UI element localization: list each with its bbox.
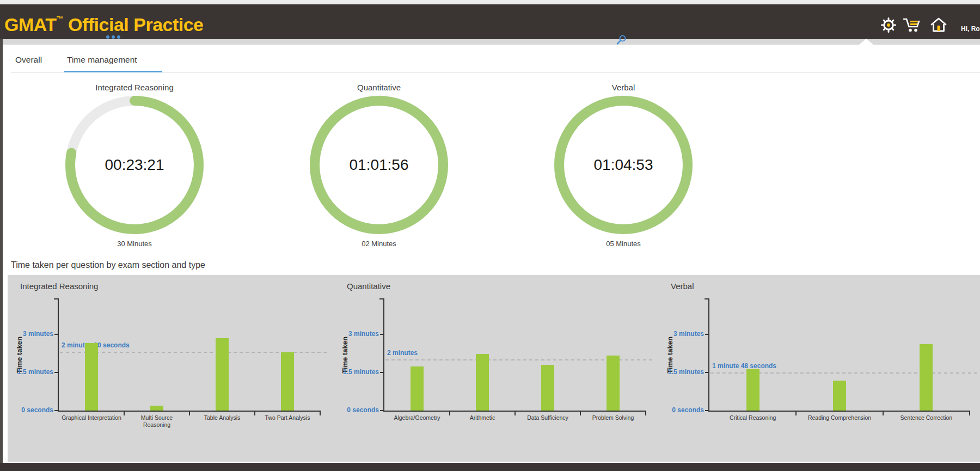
- chart-title: Verbal: [671, 282, 694, 291]
- app-logo: GMAT™ Official Practice: [4, 14, 204, 35]
- x-tick-mark: [124, 411, 125, 415]
- home-icon[interactable]: [930, 17, 947, 33]
- y-tick-label: 3 minutes: [634, 330, 704, 338]
- sub-header-strip: [0, 39, 980, 45]
- bar: [216, 338, 229, 411]
- category-label: Multi Source Reasoning: [127, 414, 187, 428]
- y-tick-label: 0 seconds: [309, 406, 379, 414]
- category-label: Graphical Interpretation: [62, 414, 121, 421]
- user-greeting[interactable]: Hi, Rou: [961, 25, 980, 33]
- category-label: Problem Solving: [581, 414, 645, 421]
- bar: [607, 356, 620, 411]
- popup-arrow-notch: [859, 39, 873, 45]
- chart-y-axis-label: Time taken: [15, 317, 24, 393]
- y-tick-mark: [705, 334, 709, 335]
- category-label: Arithmetic: [450, 414, 514, 421]
- category-label: Two Part Analysis: [258, 414, 317, 421]
- tab-overall[interactable]: Overall: [15, 55, 42, 65]
- logo-trademark: ™: [57, 15, 64, 23]
- gmat-official-practice-page: GMAT™ Official Practice Hi,: [0, 0, 980, 471]
- y-tick-label: 3 minutes: [0, 330, 53, 338]
- settings-gear-icon[interactable]: [881, 17, 896, 33]
- ring-title: Verbal: [542, 83, 705, 92]
- y-tick-label: 1.5 minutes: [0, 368, 53, 376]
- category-label: Data Sufficiency: [516, 414, 580, 421]
- x-tick-mark: [189, 411, 190, 415]
- ring-title: Integrated Reasoning: [53, 83, 216, 92]
- bar: [150, 406, 163, 411]
- x-tick-mark: [969, 411, 970, 415]
- y-tick-mark: [380, 334, 384, 335]
- ring-time-value: 01:01:56: [297, 156, 461, 174]
- y-axis-line: [58, 298, 59, 412]
- y-tick-mark: [54, 372, 58, 373]
- app-header: GMAT™ Official Practice Hi,: [0, 4, 980, 39]
- ring-time-value: 01:04:53: [542, 156, 705, 174]
- ring-minutes-label: 30 Minutes: [53, 240, 216, 248]
- y-tick-label: 1.5 minutes: [634, 368, 704, 376]
- y-axis-top-cap: [379, 298, 384, 299]
- category-label: Reading Comprehension: [799, 414, 880, 421]
- bar: [281, 352, 294, 411]
- x-tick-mark: [883, 411, 884, 415]
- bar: [85, 343, 98, 411]
- category-label: Sentence Correction: [885, 414, 967, 421]
- x-tick-mark: [795, 411, 797, 415]
- y-tick-mark: [54, 410, 58, 411]
- logo-brand: GMAT: [4, 14, 57, 35]
- category-label: Table Analysis: [192, 414, 252, 421]
- y-tick-label: 3 minutes: [309, 330, 379, 338]
- y-tick-label: 0 seconds: [0, 406, 53, 414]
- x-axis-line: [709, 411, 970, 412]
- top-edge-strip: [0, 0, 980, 4]
- bar: [920, 344, 933, 411]
- active-tab-underline: [64, 71, 162, 72]
- chart-y-axis-label: Time taken: [341, 317, 350, 393]
- y-axis-line: [708, 298, 709, 412]
- bar: [833, 381, 846, 411]
- y-tick-mark: [54, 334, 58, 335]
- app-footer: ©2002-2019 Graduate Management Admission…: [0, 463, 980, 471]
- bar: [541, 365, 554, 411]
- reference-line-label: 1 minute 48 seconds: [712, 362, 776, 370]
- left-edge-bar: [0, 39, 3, 463]
- y-tick-label: 1.5 minutes: [309, 368, 379, 376]
- y-axis-top-cap: [54, 298, 58, 299]
- y-axis-top-cap: [705, 298, 709, 299]
- chart-y-axis-label: Time taken: [666, 317, 675, 393]
- cart-icon[interactable]: [903, 17, 921, 33]
- y-tick-mark: [380, 372, 384, 373]
- bar: [746, 369, 759, 411]
- y-tick-mark: [705, 372, 709, 373]
- ring-minutes-label: 05 Minutes: [542, 240, 705, 248]
- y-axis-line: [383, 298, 384, 412]
- bar: [476, 354, 489, 411]
- ring-minutes-label: 02 Minutes: [297, 240, 461, 248]
- ellipsis-dots-icon[interactable]: [106, 35, 120, 39]
- chart-title: Integrated Reasoning: [20, 282, 98, 291]
- x-tick-mark: [254, 411, 255, 415]
- y-tick-mark: [380, 410, 384, 411]
- ring-time-value: 00:23:21: [53, 156, 216, 174]
- section-heading: Time taken per question by exam section …: [11, 260, 205, 270]
- reference-line-label: 2 minutes: [387, 349, 418, 357]
- chart-title: Quantitative: [347, 282, 390, 291]
- category-label: Algebra/Geometry: [385, 414, 449, 421]
- y-tick-label: 0 seconds: [634, 406, 704, 414]
- bar: [411, 366, 424, 411]
- y-tick-mark: [705, 410, 709, 411]
- category-label: Critical Reasoning: [712, 414, 794, 421]
- charts-panel: [8, 275, 980, 462]
- ring-title: Quantitative: [297, 83, 461, 92]
- search-icon[interactable]: [616, 34, 627, 45]
- logo-suffix: Official Practice: [63, 14, 203, 35]
- tab-time-management[interactable]: Time management: [67, 55, 137, 65]
